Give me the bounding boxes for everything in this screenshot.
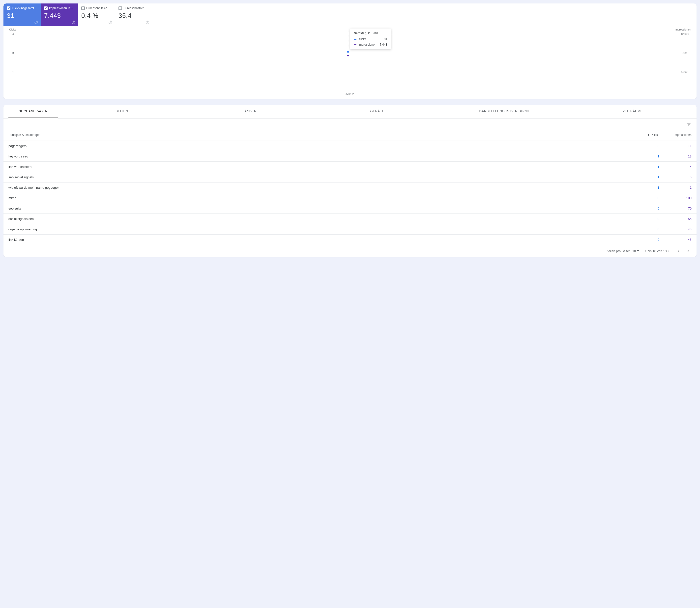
svg-point-1 xyxy=(36,23,36,23)
cell-impressions: 55 xyxy=(659,217,692,221)
chart-plot[interactable]: 45 30 15 0 12.000 8.000 4.000 0 Samstag,… xyxy=(17,34,679,91)
metric-label: Durchschnittliche… xyxy=(86,6,111,10)
queries-card: SUCHANFRAGEN SEITEN LÄNDER GERÄTE DARSTE… xyxy=(3,105,697,257)
y-left-tick: 30 xyxy=(8,52,15,55)
cell-clicks: 0 xyxy=(629,238,659,242)
tab-devices[interactable]: GERÄTE xyxy=(313,105,441,118)
pager-next-button[interactable] xyxy=(686,248,691,253)
cell-impressions: 11 xyxy=(659,144,692,148)
cell-query: keywords seo xyxy=(8,154,629,158)
cell-clicks: 0 xyxy=(629,227,659,231)
performance-card: Klicks insgesamt 31 Impressionen ins… 7.… xyxy=(3,3,697,99)
filter-icon[interactable] xyxy=(686,121,692,127)
metric-tile-ctr[interactable]: Durchschnittliche… 0,4 % xyxy=(78,3,115,26)
metric-tile-clicks[interactable]: Klicks insgesamt 31 xyxy=(3,3,41,26)
cell-query: seo social signals xyxy=(8,175,629,179)
cell-query: social signals seo xyxy=(8,217,629,221)
tab-countries[interactable]: LÄNDER xyxy=(186,105,313,118)
cell-impressions: 1 xyxy=(659,186,692,189)
cell-impressions: 13 xyxy=(659,154,692,158)
table-row[interactable]: wie oft wurde mein name gegoogelt11 xyxy=(3,183,697,193)
table-row[interactable]: keywords seo113 xyxy=(3,151,697,162)
cell-query: link verschleiern xyxy=(8,165,629,169)
cell-clicks: 1 xyxy=(629,165,659,169)
rows-per-page-select[interactable]: 10 xyxy=(632,249,639,253)
table-row[interactable]: seo suite070 xyxy=(3,203,697,214)
cell-impressions: 4 xyxy=(659,165,692,169)
table-row[interactable]: seo social signals13 xyxy=(3,172,697,183)
tab-search-appearance[interactable]: DARSTELLUNG IN DER SUCHE xyxy=(441,105,569,118)
metric-label: Durchschnittliche… xyxy=(123,6,149,10)
column-header-clicks[interactable]: Klicks xyxy=(629,133,659,137)
cell-query: seo suite xyxy=(8,207,629,210)
chart-point-impressions xyxy=(347,55,349,57)
sort-descending-icon xyxy=(647,133,650,137)
cell-impressions: 70 xyxy=(659,207,692,210)
cell-clicks: 0 xyxy=(629,217,659,221)
svg-rect-9 xyxy=(688,124,690,125)
chart-hover-line xyxy=(348,32,348,92)
help-icon[interactable] xyxy=(145,20,150,24)
cell-clicks: 1 xyxy=(629,175,659,179)
caret-down-icon xyxy=(637,250,639,252)
help-icon[interactable] xyxy=(34,20,38,24)
table-row[interactable]: mime0100 xyxy=(3,193,697,203)
y-left-tick: 15 xyxy=(8,71,15,73)
metric-tile-position[interactable]: Durchschnittliche… 35,4 xyxy=(115,3,152,26)
cell-query: wie oft wurde mein name gegoogelt xyxy=(8,186,629,189)
column-header-impressions[interactable]: Impressionen xyxy=(659,133,692,137)
checkbox-unchecked-icon xyxy=(118,6,122,10)
tooltip-key: Klicks xyxy=(358,37,366,41)
chart-area: Klicks Impressionen 45 30 15 0 12.000 8.… xyxy=(3,26,697,99)
svg-point-7 xyxy=(147,23,148,23)
table-row[interactable]: pagerangers311 xyxy=(3,141,697,151)
checkbox-unchecked-icon xyxy=(81,6,85,10)
table-header: Häufigste Suchanfragen Klicks Impression… xyxy=(3,129,697,141)
help-icon[interactable] xyxy=(108,20,112,24)
svg-rect-8 xyxy=(687,123,690,124)
chart-tooltip: Samstag, 25. Jan. Klicks 31 Impressionen… xyxy=(350,28,391,49)
pager-range: 1 bis 10 von 1000 xyxy=(645,249,670,253)
y-right-tick: 4.000 xyxy=(681,71,692,73)
chart-point-clicks xyxy=(347,51,349,53)
tab-dateranges[interactable]: ZEITRÄUME xyxy=(569,105,697,118)
tooltip-key: Impressionen xyxy=(358,43,376,46)
x-axis-tick: 25.01.25 xyxy=(8,93,692,95)
y-axis-right-title: Impressionen xyxy=(675,28,691,31)
y-right-tick: 8.000 xyxy=(681,52,692,55)
pager-prev-button[interactable] xyxy=(676,248,681,253)
tab-bar: SUCHANFRAGEN SEITEN LÄNDER GERÄTE DARSTE… xyxy=(3,105,697,118)
table-row[interactable]: link kürzen045 xyxy=(3,234,697,245)
cell-impressions: 3 xyxy=(659,175,692,179)
table-row[interactable]: onpage optimierung048 xyxy=(3,224,697,234)
metric-value: 0,4 % xyxy=(81,12,111,20)
metric-tiles: Klicks insgesamt 31 Impressionen ins… 7.… xyxy=(3,3,697,26)
tab-queries[interactable]: SUCHANFRAGEN xyxy=(8,105,58,118)
help-icon[interactable] xyxy=(71,20,75,24)
cell-clicks: 3 xyxy=(629,144,659,148)
metric-value: 35,4 xyxy=(118,12,149,20)
metric-value: 7.443 xyxy=(44,12,74,20)
legend-swatch-icon xyxy=(354,44,356,45)
cell-clicks: 0 xyxy=(629,207,659,210)
tooltip-value: 31 xyxy=(384,37,387,41)
metric-tile-impressions[interactable]: Impressionen ins… 7.443 xyxy=(41,3,78,26)
svg-rect-10 xyxy=(688,125,689,126)
cell-clicks: 0 xyxy=(629,196,659,200)
metric-label: Impressionen ins… xyxy=(49,6,74,10)
cell-query: onpage optimierung xyxy=(8,227,629,231)
cell-impressions: 45 xyxy=(659,238,692,242)
tab-pages[interactable]: SEITEN xyxy=(58,105,186,118)
column-header-query[interactable]: Häufigste Suchanfragen xyxy=(8,133,629,137)
metric-label: Klicks insgesamt xyxy=(12,6,34,10)
cell-clicks: 1 xyxy=(629,154,659,158)
cell-query: mime xyxy=(8,196,629,200)
table-row[interactable]: link verschleiern14 xyxy=(3,162,697,172)
y-right-tick: 0 xyxy=(681,90,692,93)
cell-query: link kürzen xyxy=(8,238,629,242)
tooltip-title: Samstag, 25. Jan. xyxy=(354,32,387,35)
table-body: pagerangers311keywords seo113link versch… xyxy=(3,141,697,245)
legend-swatch-icon xyxy=(354,39,356,40)
table-row[interactable]: social signals seo055 xyxy=(3,214,697,224)
table-pager: Zeilen pro Seite: 10 1 bis 10 von 1000 xyxy=(3,245,697,257)
